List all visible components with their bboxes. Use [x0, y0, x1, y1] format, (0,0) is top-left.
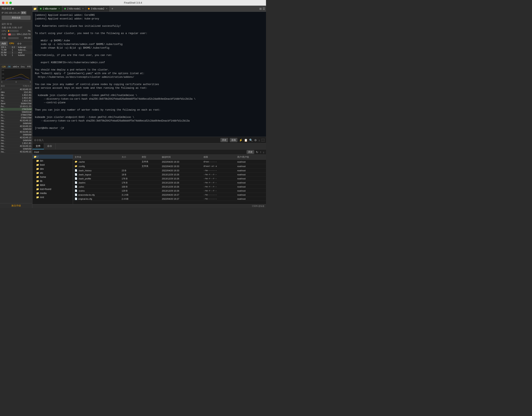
lightning-icon[interactable]: ⚡	[239, 139, 243, 142]
file-row[interactable]: 📄.cshrc 100 B 2013/12/29 10:26 -rw-r--r-…	[73, 185, 266, 189]
tab-cmd[interactable]: 命令	[16, 41, 23, 46]
disk-row: /ho...10.6G/11.2G	[0, 105, 32, 108]
disk-row: /va...64M/64M	[0, 148, 32, 151]
content-area: 📁 1 k8s-master ✕ 2 k8s-node1 ✕ 3 k8s-nod…	[32, 6, 266, 208]
tab-3[interactable]: 3 k8s-node2 ✕	[86, 6, 110, 11]
uptime-row: 运行 32 分	[2, 22, 31, 26]
tab-1[interactable]: 1 k8s-master ✕	[38, 6, 62, 11]
load-row: 负载 0.09, 0.08, 0.07	[2, 26, 31, 29]
mem-stat-row: 内存 33% 1.2G/3.7G	[2, 33, 31, 36]
disk-row: /va...64M/64M	[0, 133, 32, 136]
fm-tab-files[interactable]: 文件	[32, 143, 44, 149]
process-row: 336.5..6.3kube-api	[0, 46, 32, 49]
file-column-header[interactable]: 权限	[202, 155, 236, 160]
sysinfo-button[interactable]: 系统信息	[2, 16, 31, 20]
fm-content: 📁 /📁 bin📁 boot📁 dev📁 etc📁 home📁 lib📁 lib…	[32, 155, 266, 204]
tab-2[interactable]: 2 k8s-node1 ✕	[62, 6, 86, 11]
options-button[interactable]: 选项	[230, 138, 237, 142]
disk-rows: /40.5G/49.1G/dev1G/1.8G/de...1.8G/1.8G/r…	[0, 88, 32, 153]
file-column-header[interactable]: 类型	[140, 155, 160, 160]
copy-ip-button[interactable]: 复制	[21, 11, 26, 14]
process-row: 73.2M1kube-co...	[0, 49, 32, 51]
disk-row: /va...40.5G/49.1G	[0, 145, 32, 148]
file-column-header[interactable]: 用户/用户组	[236, 155, 266, 160]
file-column-header[interactable]: 大小	[120, 155, 140, 160]
tree-item[interactable]: 📁 dev	[32, 167, 73, 171]
tab-cpu[interactable]: CPU	[8, 41, 16, 46]
file-row[interactable]: 📄.bash_profile 176 B 2013/12/29 10:26 -r…	[73, 177, 266, 181]
disk-row: /run1.8G/1.8G	[0, 97, 32, 99]
tree-item[interactable]: 📁 lib	[32, 179, 73, 183]
disk-row: /va...40.5G/49.1G	[0, 151, 32, 153]
disk-row: /de...1.8G/1.8G	[0, 94, 32, 97]
file-row[interactable]: 📁.cache 文件夹 2022/04/20 19:33 drwx------ …	[73, 160, 266, 164]
tabs-container: 1 k8s-master ✕ 2 k8s-node1 ✕ 3 k8s-node2…	[38, 6, 110, 11]
file-row[interactable]: 📄.bash_logout 18 B 2013/12/29 10:26 -rw-…	[73, 172, 266, 177]
tree-item[interactable]: 📁 etc	[32, 171, 73, 175]
close-button[interactable]	[2, 2, 4, 4]
tab-mem[interactable]: 内存	[0, 41, 8, 46]
tab-dot	[64, 8, 66, 9]
download-icon[interactable]: ↓	[258, 139, 260, 142]
fm-download-icon[interactable]: ↓	[263, 151, 264, 154]
svg-text:22K: 22K	[2, 77, 4, 79]
disk-row: /m...27M/264M	[0, 108, 32, 111]
cpu-bar	[8, 30, 19, 32]
folder-icon[interactable]: 📁	[33, 7, 37, 10]
tree-item[interactable]: 📁 home	[32, 175, 73, 179]
command-input[interactable]	[34, 139, 220, 142]
terminal-output[interactable]: [addons] Applied essential addon: CoreDN…	[32, 12, 266, 137]
fm-upload-icon[interactable]: ↑	[260, 151, 261, 154]
upgrade-button[interactable]: 激活/升级	[0, 203, 32, 208]
tree-item[interactable]: 📁 boot	[32, 163, 73, 167]
process-list: 336.5..6.3kube-api73.2M1kube-co...35.8M1…	[0, 46, 32, 64]
tab-close[interactable]: ✕	[106, 8, 108, 10]
disk-row: /boot300M/476M	[0, 102, 32, 105]
history-button[interactable]: 历史	[220, 138, 228, 142]
tree-item[interactable]: 📁 lib64	[32, 183, 73, 187]
network-iface[interactable]: eth0 ▾	[13, 66, 19, 68]
tree-item[interactable]: 📁 lost+found	[32, 187, 73, 191]
search-icon[interactable]: 🔍	[249, 139, 253, 142]
ip-row: IP 192.168.101.20 复制	[2, 11, 31, 14]
fm-tabs: 文件 命令	[32, 143, 266, 150]
settings-icon[interactable]: ⚙	[254, 139, 257, 142]
tree-item[interactable]: 📁 mnt	[32, 195, 73, 199]
fm-refresh-icon[interactable]: ↻	[256, 151, 258, 154]
status-bar: CSDN @知道	[32, 204, 266, 208]
process-tabs: 内存 CPU 命令	[0, 41, 32, 46]
tab-close[interactable]: ✕	[58, 8, 60, 10]
file-column-header[interactable]: 修改时间	[160, 155, 202, 160]
disk-row: /dev1G/1.8G	[0, 91, 32, 94]
file-row[interactable]: 📄original-ks.cfg 2.4 KB 2022/04/20 19:27…	[73, 197, 266, 201]
disk-row: /va...64M/64M	[0, 139, 32, 142]
file-row[interactable]: 📄.tcshrc 129 B 2013/12/29 10:26 -rw-r--r…	[73, 189, 266, 193]
maximize-button[interactable]	[9, 2, 12, 4]
grid-view-icon[interactable]: ⊞	[259, 7, 262, 10]
tree-item[interactable]: 📁 media	[32, 191, 73, 195]
tab-bar: 📁 1 k8s-master ✕ 2 k8s-node1 ✕ 3 k8s-nod…	[32, 6, 266, 12]
menu-view-icon[interactable]: ☰	[263, 7, 265, 10]
tree-item[interactable]: 📁 bin	[32, 159, 73, 163]
copy-icon[interactable]: 📋	[244, 139, 247, 142]
disk-row: /40.5G/49.1G	[0, 88, 32, 91]
disk-row: /va...64M/64M	[0, 128, 32, 131]
disk-area: 路径 可用/大小 /40.5G/49.1G/dev1G/1.8G/de...1.…	[0, 84, 32, 203]
file-manager: 文件 命令 /root 历史 ↻ ↑ ↓ 📁 /📁 bin📁 boot📁 dev…	[32, 143, 266, 208]
file-row[interactable]: 📄anaconda-ks.cfg 3.1 KB 2022/04/20 19:27…	[73, 193, 266, 197]
file-column-header[interactable]: 文件名	[73, 155, 120, 160]
minimize-button[interactable]	[6, 2, 8, 4]
fm-tab-cmd[interactable]: 命令	[44, 143, 56, 149]
tree-item[interactable]: 📁 /	[32, 155, 73, 159]
file-row[interactable]: 📁.config 文件夹 2022/04/20 19:33 drwxr-xr-x…	[73, 164, 266, 169]
tab-bar-right: ⊞ ☰	[259, 7, 265, 10]
tab-close[interactable]: ✕	[82, 8, 84, 10]
fullscreen-icon[interactable]: ⛶	[262, 139, 264, 142]
file-row[interactable]: 📄.bashrc 176 B 2013/12/29 10:26 -rw-r--r…	[73, 181, 266, 185]
titlebar: FinalShell 3.9.4	[0, 0, 266, 6]
file-row[interactable]: 📄.bash_history 23 B 2022/04/20 19:33 -rw…	[73, 169, 266, 172]
network-chart: 64K 44K 22K	[1, 68, 31, 81]
add-tab-button[interactable]: +	[110, 6, 115, 11]
fm-history-button[interactable]: 历史	[246, 150, 254, 154]
app-title: FinalShell 3.9.4	[124, 1, 142, 4]
